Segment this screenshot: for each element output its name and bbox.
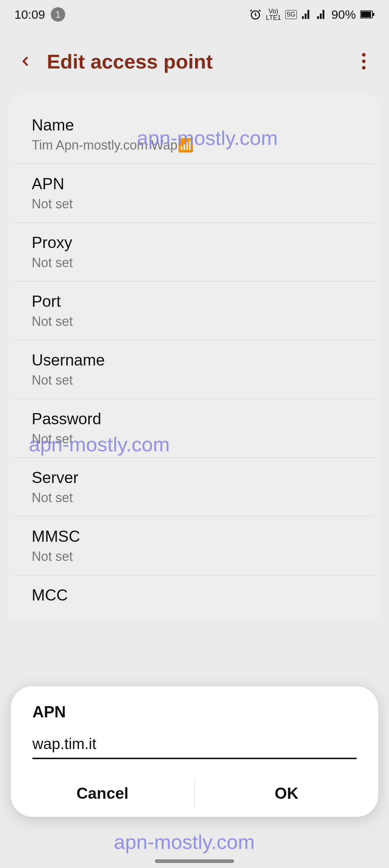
dialog-actions: Cancel OK [11,770,378,817]
navigation-handle[interactable] [155,859,234,863]
apn-edit-dialog: APN Cancel OK [11,686,378,817]
cancel-button[interactable]: Cancel [11,770,194,817]
ok-button[interactable]: OK [195,770,378,817]
dialog-input-wrap [11,732,378,770]
apn-input[interactable] [32,732,357,759]
dialog-title: APN [11,703,378,732]
